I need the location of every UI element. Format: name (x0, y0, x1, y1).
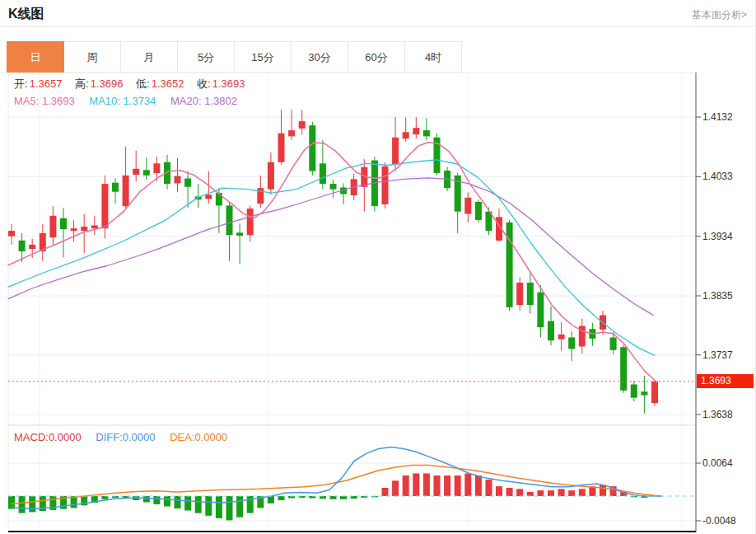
price-axis-label: 1.4132 (702, 111, 733, 123)
low-value: 1.3652 (152, 77, 184, 90)
macd-axis-label: -0.0048 (702, 515, 736, 527)
open-value: 1.3657 (30, 77, 63, 90)
price-axis-label: 1.3835 (702, 290, 733, 302)
macd-legend: MACD:0.0000 DIFF:0.0000 DEA:0.0000 (14, 431, 227, 443)
macd-axis-label: 0.0064 (702, 457, 733, 469)
low-label: 低: (136, 77, 150, 90)
ohlc-row: 开:1.3657 高:1.3696 低:1.3652 收:1.3693 (14, 75, 245, 92)
tab-日[interactable]: 日 (7, 41, 64, 73)
dea-value: DEA:0.0000 (170, 431, 227, 443)
price-axis-label: 1.4033 (702, 171, 733, 182)
ma-row: MA5: 1.3693 MA10: 1.3734 MA20: 1.3802 (14, 92, 245, 110)
price-axis-label: 1.3737 (702, 349, 733, 361)
ma20-legend: MA20: 1.3802 (170, 95, 237, 107)
high-value: 1.3696 (91, 77, 124, 90)
close-label: 收: (197, 77, 211, 90)
diff-value: DIFF:0.0000 (96, 431, 155, 443)
ma5-legend: MA5: 1.3693 (14, 95, 75, 107)
current-price-tag: 1.3693 (697, 374, 754, 388)
high-label: 高: (75, 77, 89, 90)
price-axis-label: 1.3934 (702, 231, 733, 242)
kline-widget: K线图 基本面分析> 日周月5分15分30分60分4时 1.41321.4033… (0, 0, 756, 534)
ma10-legend: MA10: 1.3734 (89, 95, 156, 107)
open-label: 开: (14, 77, 28, 90)
price-axis-label: 1.3638 (702, 409, 733, 420)
close-value: 1.3693 (212, 77, 245, 90)
ohlc-ma-legend: 开:1.3657 高:1.3696 低:1.3652 收:1.3693 MA5:… (14, 75, 245, 110)
macd-value: MACD:0.0000 (14, 431, 82, 443)
